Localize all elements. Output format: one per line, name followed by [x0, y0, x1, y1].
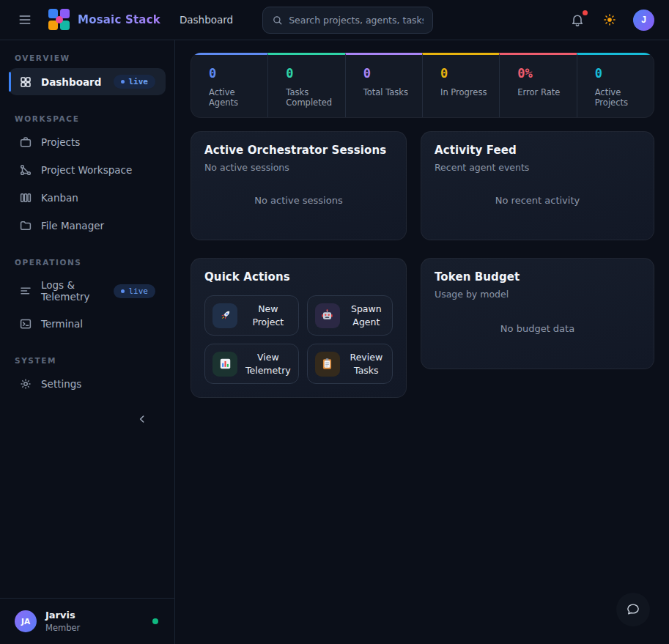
clipboard-icon — [315, 352, 340, 377]
settings-icon — [19, 377, 32, 391]
section-system: SYSTEM — [15, 356, 160, 365]
sidebar-item-label: File Manager — [41, 220, 104, 232]
sidebar-item-label: Settings — [41, 378, 81, 390]
action-label: View Telemetry — [245, 351, 291, 377]
quick-actions-card: Quick Actions New Project Spawn Agent — [191, 258, 407, 398]
rocket-icon — [212, 303, 237, 328]
breadcrumb: Dashboard — [180, 14, 233, 26]
search-input[interactable] — [289, 15, 424, 26]
header-actions: J — [569, 10, 654, 31]
sidebar-nav: OVERVIEW Dashboard live WORKSPACE Projec… — [9, 51, 166, 399]
quick-actions-grid: New Project Spawn Agent View Telemetry — [204, 295, 393, 384]
workflow-icon — [19, 163, 32, 177]
brand-name: Mosaic Stack — [78, 13, 160, 26]
online-status-dot — [152, 618, 158, 624]
chat-bubble-icon — [625, 602, 641, 618]
sidebar-item-label: Project Workspace — [41, 164, 132, 176]
stat-active-agents: 0 Active Agents — [191, 53, 267, 117]
new-project-button[interactable]: New Project — [204, 295, 299, 336]
stats-row: 0 Active Agents 0 Tasks Completed 0 Tota… — [191, 53, 654, 118]
card-title: Active Orchestrator Sessions — [204, 144, 393, 157]
activity-feed-card: Activity Feed Recent agent events No rec… — [421, 131, 654, 240]
stat-total-tasks: 0 Total Tasks — [345, 53, 422, 117]
stat-value: 0 — [595, 66, 648, 81]
live-badge: live — [114, 284, 156, 298]
sidebar-item-logs-telemetry[interactable]: Logs & Telemetry live — [9, 273, 166, 309]
chat-button[interactable] — [616, 593, 650, 626]
logs-icon — [19, 284, 32, 297]
sidebar-item-terminal[interactable]: Terminal — [9, 311, 166, 337]
top-header: Mosaic Stack Dashboard J — [0, 0, 669, 40]
review-tasks-button[interactable]: Review Tasks — [307, 344, 393, 384]
stat-value: 0 — [363, 66, 416, 81]
stat-value: 0 — [286, 66, 339, 81]
sidebar-item-dashboard[interactable]: Dashboard live — [9, 68, 166, 95]
menu-toggle-button[interactable] — [15, 10, 35, 30]
briefcase-icon — [19, 136, 32, 149]
action-label: New Project — [245, 303, 291, 328]
chevron-left-icon — [136, 413, 148, 425]
action-label: Spawn Agent — [348, 303, 385, 328]
empty-state: No budget data — [435, 300, 640, 357]
user-card[interactable]: JA Jarvis Member — [0, 598, 174, 644]
sidebar-item-file-manager[interactable]: File Manager — [9, 212, 166, 239]
bar-chart-icon — [212, 352, 237, 377]
card-subtitle: Usage by model — [435, 289, 640, 300]
action-label: Review Tasks — [348, 351, 385, 377]
bell-icon — [570, 12, 585, 27]
card-subtitle: No active sessions — [204, 162, 393, 173]
view-telemetry-button[interactable]: View Telemetry — [204, 344, 299, 384]
user-card-avatar: JA — [15, 610, 37, 632]
stat-label: Error Rate — [517, 87, 570, 97]
user-role: Member — [45, 623, 80, 633]
logo-center-dot — [56, 16, 63, 23]
hamburger-icon — [18, 12, 32, 27]
sidebar-item-projects[interactable]: Projects — [9, 129, 166, 155]
brand-logo[interactable] — [48, 9, 70, 31]
sidebar-item-project-workspace[interactable]: Project Workspace — [9, 157, 166, 183]
sidebar-item-label: Dashboard — [41, 76, 101, 88]
sidebar-item-kanban[interactable]: Kanban — [9, 185, 166, 211]
stat-in-progress: 0 In Progress — [422, 53, 499, 117]
sidebar: OVERVIEW Dashboard live WORKSPACE Projec… — [0, 40, 175, 644]
robot-icon — [315, 303, 340, 328]
sidebar-collapse-button[interactable] — [133, 410, 151, 428]
notifications-button[interactable] — [569, 11, 586, 29]
section-operations: OPERATIONS — [15, 258, 160, 267]
spawn-agent-button[interactable]: Spawn Agent — [307, 295, 393, 336]
live-badge: live — [114, 75, 156, 89]
card-title: Token Budget — [435, 270, 640, 284]
dashboard-cards: Active Orchestrator Sessions No active s… — [191, 131, 654, 398]
sidebar-item-label: Kanban — [41, 192, 78, 204]
sidebar-item-label: Terminal — [41, 318, 83, 330]
sessions-card: Active Orchestrator Sessions No active s… — [191, 131, 407, 240]
main-content: 0 Active Agents 0 Tasks Completed 0 Tota… — [175, 40, 669, 644]
card-subtitle: Recent agent events — [435, 162, 640, 173]
theme-toggle-button[interactable] — [601, 11, 618, 29]
stat-value: 0 — [440, 66, 493, 81]
section-workspace: WORKSPACE — [15, 114, 160, 123]
token-budget-card: Token Budget Usage by model No budget da… — [421, 258, 654, 369]
global-search[interactable] — [262, 7, 433, 34]
stat-label: Active Agents — [209, 87, 262, 108]
user-avatar[interactable]: J — [633, 10, 654, 31]
sidebar-item-settings[interactable]: Settings — [9, 371, 166, 397]
sidebar-item-label: Logs & Telemetry — [41, 279, 105, 303]
notification-dot — [583, 10, 588, 15]
user-name: Jarvis — [45, 610, 80, 621]
stat-value: 0% — [517, 66, 570, 81]
grid-icon — [19, 75, 32, 89]
stat-label: In Progress — [440, 87, 493, 97]
sun-icon — [602, 12, 617, 27]
empty-state: No recent activity — [435, 173, 640, 228]
stat-active-projects: 0 Active Projects — [577, 53, 654, 117]
card-title: Quick Actions — [204, 270, 393, 284]
stat-label: Active Projects — [595, 87, 648, 108]
stat-label: Tasks Completed — [286, 87, 339, 108]
stat-error-rate: 0% Error Rate — [499, 53, 576, 117]
terminal-icon — [19, 317, 32, 330]
folder-icon — [19, 219, 32, 232]
live-dot — [121, 80, 125, 84]
search-icon — [272, 15, 283, 26]
section-overview: OVERVIEW — [15, 53, 160, 62]
